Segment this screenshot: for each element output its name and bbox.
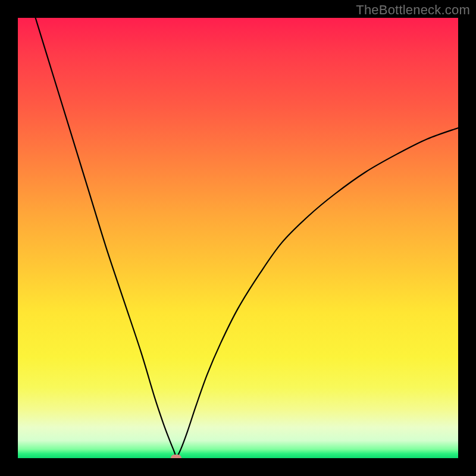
- optimum-marker: [171, 455, 181, 458]
- bottleneck-curve: [18, 18, 458, 458]
- chart-frame: TheBottleneck.com: [0, 0, 476, 476]
- watermark-text: TheBottleneck.com: [356, 2, 470, 18]
- plot-area: [18, 18, 458, 458]
